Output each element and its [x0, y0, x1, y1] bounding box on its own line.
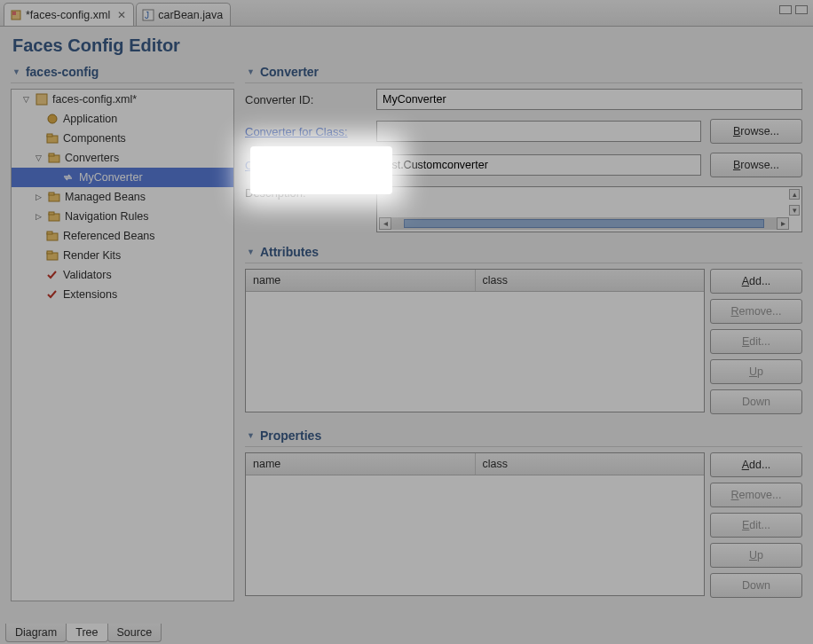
svg-rect-15	[47, 232, 52, 234]
tab-label: *faces-config.xml	[26, 9, 110, 21]
tree-managed-beans[interactable]: ▷ Managed Beans	[12, 187, 233, 207]
folder-icon	[47, 190, 61, 204]
tree-myconverter[interactable]: MyConverter	[12, 168, 233, 187]
spot-description: Description:	[266, 181, 328, 194]
description-textarea[interactable]: ▴▾ ◂▸	[376, 186, 802, 232]
minimize-icon[interactable]	[779, 5, 792, 14]
add-button[interactable]: Add...	[710, 452, 802, 477]
tree-components[interactable]: Components	[12, 129, 233, 148]
spot-converter-class[interactable]: Converter Class:	[266, 158, 352, 171]
remove-button[interactable]: Remove...	[710, 299, 802, 324]
file-icon	[10, 9, 22, 21]
maximize-icon[interactable]	[795, 5, 808, 14]
converter-id-label: Converter ID:	[245, 93, 367, 106]
tree-navigation-rules[interactable]: ▷ Navigation Rules	[12, 207, 233, 226]
expand-down-icon[interactable]: ▽	[20, 94, 31, 105]
converter-class-input[interactable]	[376, 154, 701, 176]
tab-label: carBean.java	[158, 9, 223, 21]
attributes-header[interactable]: ▼ Attributes	[245, 241, 802, 263]
editor-title: Faces Config Editor	[0, 27, 813, 61]
tab-faces-config[interactable]: *faces-config.xml ✕	[4, 3, 134, 26]
svg-rect-11	[49, 192, 54, 195]
tree-render-kits[interactable]: Render Kits	[12, 246, 233, 265]
expand-right-icon[interactable]: ▷	[33, 192, 43, 202]
check-icon	[45, 268, 59, 282]
converter-for-class-label[interactable]: Converter for Class:	[245, 125, 367, 138]
folder-icon	[45, 248, 59, 263]
tree-referenced-beans[interactable]: Referenced Beans	[12, 226, 233, 246]
up-button[interactable]: Up	[710, 359, 802, 384]
tab-tree[interactable]: Tree	[66, 624, 107, 642]
xml-file-icon	[35, 92, 49, 106]
col-name[interactable]: name	[246, 453, 476, 475]
window-controls	[779, 5, 808, 14]
converter-for-class-input[interactable]	[376, 121, 701, 142]
folder-icon	[45, 229, 59, 243]
down-button[interactable]: Down	[710, 389, 802, 414]
tree-converters[interactable]: ▽ Converters	[12, 148, 233, 168]
attributes-table[interactable]: name class	[245, 269, 705, 412]
scrollbar-vertical[interactable]: ▴▾	[789, 189, 800, 216]
edit-button[interactable]: Edit...	[710, 329, 802, 354]
up-button[interactable]: Up	[710, 543, 802, 568]
converter-id-input[interactable]	[376, 89, 802, 110]
expand-down-icon[interactable]: ▽	[33, 153, 43, 163]
converter-header[interactable]: ▼ Converter	[245, 61, 802, 83]
svg-rect-17	[47, 251, 52, 254]
tree-root[interactable]: ▽ faces-config.xml*	[12, 90, 233, 109]
edit-button[interactable]: Edit...	[710, 513, 802, 538]
tab-source[interactable]: Source	[107, 624, 162, 642]
converter-icon	[61, 170, 75, 185]
col-class[interactable]: class	[476, 453, 705, 475]
browse-button[interactable]: Browse...	[710, 153, 802, 177]
remove-button[interactable]: Remove...	[710, 483, 802, 507]
properties-header[interactable]: ▼ Properties	[245, 425, 802, 447]
svg-text:J: J	[145, 11, 149, 20]
tree-application[interactable]: Application	[12, 109, 233, 129]
chevron-down-icon: ▼	[247, 431, 255, 440]
editor-tabbar: *faces-config.xml ✕ J carBean.java	[0, 0, 813, 27]
svg-rect-9	[49, 153, 54, 156]
svg-rect-4	[36, 94, 47, 105]
app-icon	[45, 112, 59, 126]
chevron-down-icon: ▼	[247, 67, 255, 76]
col-name[interactable]: name	[246, 270, 476, 291]
tree-extensions[interactable]: Extensions	[12, 285, 233, 304]
properties-table[interactable]: name class	[245, 452, 705, 596]
tree-view[interactable]: ▽ faces-config.xml* Application Componen…	[11, 89, 234, 601]
browse-button[interactable]: Browse...	[710, 119, 802, 144]
tree-validators[interactable]: Validators	[12, 265, 233, 285]
chevron-down-icon: ▼	[12, 67, 20, 76]
svg-rect-1	[12, 12, 16, 15]
chevron-down-icon: ▼	[247, 247, 255, 256]
down-button[interactable]: Down	[710, 573, 802, 598]
folder-icon	[45, 131, 59, 145]
close-icon[interactable]: ✕	[117, 9, 126, 21]
svg-rect-13	[49, 212, 54, 215]
java-icon: J	[142, 9, 154, 21]
folder-icon	[47, 151, 61, 165]
tab-carbean[interactable]: J carBean.java	[136, 3, 231, 26]
tab-diagram[interactable]: Diagram	[5, 624, 67, 642]
svg-rect-7	[47, 134, 52, 137]
tree-header[interactable]: ▼ faces-config	[11, 61, 234, 83]
scrollbar-horizontal[interactable]: ◂▸	[379, 217, 789, 230]
expand-right-icon[interactable]: ▷	[33, 211, 43, 222]
folder-icon	[47, 209, 61, 224]
svg-point-5	[48, 114, 57, 123]
check-icon	[45, 287, 59, 302]
bottom-tabbar: Diagram Tree Source	[5, 624, 161, 642]
col-class[interactable]: class	[476, 270, 705, 291]
add-button[interactable]: Add...	[710, 269, 802, 294]
